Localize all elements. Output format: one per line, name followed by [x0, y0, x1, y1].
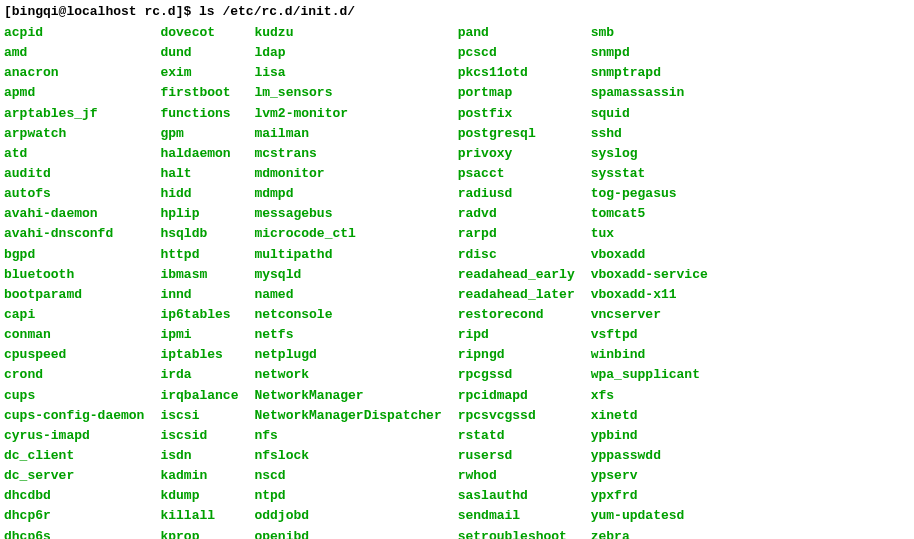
file-entry: pkcs11otd	[458, 63, 575, 83]
file-entry: syslog	[591, 144, 708, 164]
file-entry: capi	[4, 305, 144, 325]
file-entry: dc_server	[4, 466, 144, 486]
file-entry: ibmasm	[160, 265, 238, 285]
file-entry: mdmonitor	[254, 164, 441, 184]
file-entry: cpuspeed	[4, 345, 144, 365]
file-entry: restorecond	[458, 305, 575, 325]
file-entry: bluetooth	[4, 265, 144, 285]
file-entry: ripd	[458, 325, 575, 345]
file-entry: kadmin	[160, 466, 238, 486]
file-entry: smb	[591, 23, 708, 43]
file-entry: cups-config-daemon	[4, 406, 144, 426]
file-entry: isdn	[160, 446, 238, 466]
file-entry: crond	[4, 365, 144, 385]
file-entry: ripngd	[458, 345, 575, 365]
file-entry: anacron	[4, 63, 144, 83]
file-entry: autofs	[4, 184, 144, 204]
file-entry: rusersd	[458, 446, 575, 466]
file-entry: mcstrans	[254, 144, 441, 164]
file-entry: vncserver	[591, 305, 708, 325]
file-entry: iptables	[160, 345, 238, 365]
file-entry: ypserv	[591, 466, 708, 486]
file-entry: netfs	[254, 325, 441, 345]
file-entry: amd	[4, 43, 144, 63]
file-entry: avahi-daemon	[4, 204, 144, 224]
file-entry: acpid	[4, 23, 144, 43]
file-entry: firstboot	[160, 83, 238, 103]
file-entry: netconsole	[254, 305, 441, 325]
file-entry: oddjobd	[254, 506, 441, 526]
ls-output: acpidamdanacronapmdarptables_jfarpwatcha…	[4, 23, 910, 539]
file-entry: sendmail	[458, 506, 575, 526]
file-entry: yppasswdd	[591, 446, 708, 466]
file-entry: haldaemon	[160, 144, 238, 164]
file-entry: vboxadd	[591, 245, 708, 265]
file-entry: privoxy	[458, 144, 575, 164]
file-entry: gpm	[160, 124, 238, 144]
file-entry: tux	[591, 224, 708, 244]
file-entry: yum-updatesd	[591, 506, 708, 526]
file-entry: vsftpd	[591, 325, 708, 345]
file-entry: openibd	[254, 527, 441, 539]
file-entry: rpcsvcgssd	[458, 406, 575, 426]
column-1: dovecotdundeximfirstbootfunctionsgpmhald…	[160, 23, 238, 539]
file-entry: multipathd	[254, 245, 441, 265]
file-entry: ipmi	[160, 325, 238, 345]
file-entry: dhcp6s	[4, 527, 144, 539]
file-entry: squid	[591, 104, 708, 124]
file-entry: postfix	[458, 104, 575, 124]
file-entry: cyrus-imapd	[4, 426, 144, 446]
file-entry: iscsi	[160, 406, 238, 426]
file-entry: cups	[4, 386, 144, 406]
file-entry: vboxadd-x11	[591, 285, 708, 305]
file-entry: nscd	[254, 466, 441, 486]
file-entry: ntpd	[254, 486, 441, 506]
file-entry: dhcp6r	[4, 506, 144, 526]
file-entry: spamassassin	[591, 83, 708, 103]
file-entry: iscsid	[160, 426, 238, 446]
file-entry: pcscd	[458, 43, 575, 63]
file-entry: radvd	[458, 204, 575, 224]
file-entry: lvm2-monitor	[254, 104, 441, 124]
file-entry: vboxadd-service	[591, 265, 708, 285]
file-entry: lm_sensors	[254, 83, 441, 103]
file-entry: httpd	[160, 245, 238, 265]
file-entry: kprop	[160, 527, 238, 539]
file-entry: dovecot	[160, 23, 238, 43]
file-entry: atd	[4, 144, 144, 164]
file-entry: rpcidmapd	[458, 386, 575, 406]
file-entry: arpwatch	[4, 124, 144, 144]
file-entry: snmpd	[591, 43, 708, 63]
file-entry: ldap	[254, 43, 441, 63]
file-entry: hplip	[160, 204, 238, 224]
file-entry: dund	[160, 43, 238, 63]
file-entry: dc_client	[4, 446, 144, 466]
file-entry: readahead_early	[458, 265, 575, 285]
column-3: pandpcscdpkcs11otdportmappostfixpostgres…	[458, 23, 575, 539]
file-entry: snmptrapd	[591, 63, 708, 83]
column-2: kudzuldaplisalm_sensorslvm2-monitormailm…	[254, 23, 441, 539]
shell-prompt: [bingqi@localhost rc.d]$ ls /etc/rc.d/in…	[4, 4, 910, 19]
file-entry: xfs	[591, 386, 708, 406]
file-entry: postgresql	[458, 124, 575, 144]
file-entry: halt	[160, 164, 238, 184]
file-entry: winbind	[591, 345, 708, 365]
file-entry: lisa	[254, 63, 441, 83]
file-entry: sysstat	[591, 164, 708, 184]
file-entry: arptables_jf	[4, 104, 144, 124]
file-entry: mysqld	[254, 265, 441, 285]
file-entry: named	[254, 285, 441, 305]
file-entry: exim	[160, 63, 238, 83]
file-entry: hsqldb	[160, 224, 238, 244]
file-entry: hidd	[160, 184, 238, 204]
file-entry: kudzu	[254, 23, 441, 43]
file-entry: sshd	[591, 124, 708, 144]
file-entry: functions	[160, 104, 238, 124]
file-entry: conman	[4, 325, 144, 345]
file-entry: avahi-dnsconfd	[4, 224, 144, 244]
file-entry: setroubleshoot	[458, 527, 575, 539]
file-entry: killall	[160, 506, 238, 526]
file-entry: kdump	[160, 486, 238, 506]
file-entry: rwhod	[458, 466, 575, 486]
file-entry: wpa_supplicant	[591, 365, 708, 385]
